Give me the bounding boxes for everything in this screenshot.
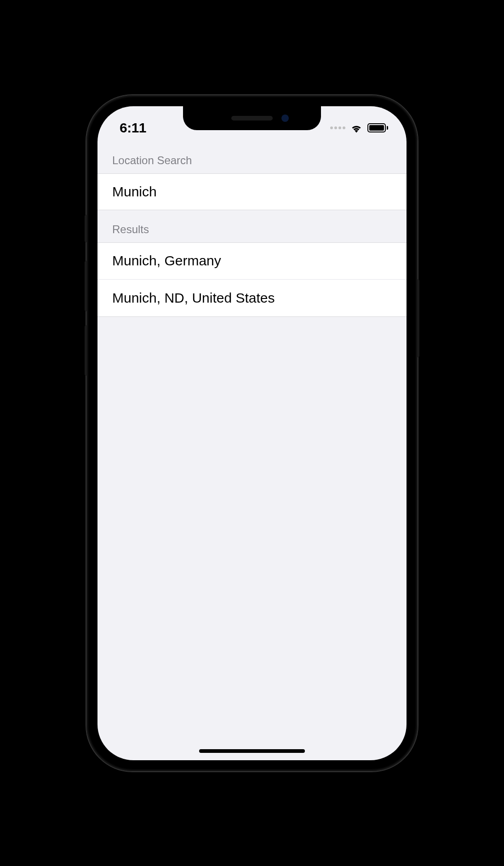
status-time: 6:11 xyxy=(120,120,146,136)
silence-switch xyxy=(85,215,86,242)
volume-down-button xyxy=(85,325,86,376)
power-button xyxy=(418,279,419,357)
results-list: Munich, Germany Munich, ND, United State… xyxy=(97,242,407,317)
speaker-grille xyxy=(231,116,273,120)
volume-up-button xyxy=(85,261,86,311)
phone-screen: 6:11 Location Search xyxy=(97,106,407,760)
phone-frame: 6:11 Location Search xyxy=(86,95,418,771)
result-row[interactable]: Munich, ND, United States xyxy=(97,280,407,316)
front-camera xyxy=(281,115,289,122)
location-search-header: Location Search xyxy=(97,141,407,173)
search-row[interactable] xyxy=(97,173,407,210)
wifi-icon xyxy=(350,123,363,133)
status-indicators xyxy=(330,123,388,133)
battery-icon xyxy=(367,123,388,132)
result-row[interactable]: Munich, Germany xyxy=(97,243,407,280)
device-notch xyxy=(183,106,321,130)
results-header: Results xyxy=(97,210,407,242)
location-search-input[interactable] xyxy=(112,184,392,200)
result-label: Munich, Germany xyxy=(112,253,221,269)
content-area: Location Search Results Munich, Germany … xyxy=(97,141,407,317)
home-indicator[interactable] xyxy=(199,749,305,753)
result-label: Munich, ND, United States xyxy=(112,290,275,306)
cellular-dots-icon xyxy=(330,126,345,129)
